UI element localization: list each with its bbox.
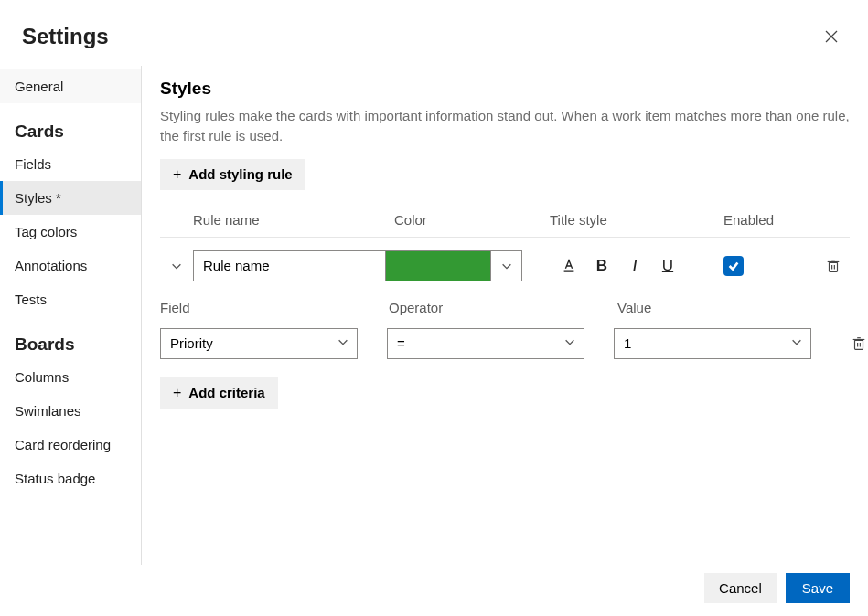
- underline-button[interactable]: U: [658, 257, 678, 275]
- italic-button[interactable]: I: [625, 256, 645, 276]
- add-criteria-label: Add criteria: [188, 385, 264, 400]
- col-field: Field: [160, 300, 389, 315]
- settings-main: Styles Styling rules make the cards with…: [142, 66, 868, 565]
- enabled-checkbox[interactable]: [723, 256, 744, 276]
- sidebar-item-general[interactable]: General: [0, 69, 141, 103]
- svg-rect-3: [830, 262, 838, 271]
- chevron-down-icon: [170, 260, 183, 272]
- sidebar-item-columns[interactable]: Columns: [0, 360, 141, 394]
- chevron-down-icon: [790, 335, 803, 351]
- save-button[interactable]: Save: [786, 573, 850, 603]
- add-styling-rule-button[interactable]: + Add styling rule: [160, 159, 305, 190]
- sidebar-item-annotations[interactable]: Annotations: [0, 249, 141, 282]
- sidebar-item-tag-colors[interactable]: Tag colors: [0, 215, 141, 249]
- col-operator: Operator: [389, 300, 617, 315]
- criteria-operator-value: =: [397, 335, 405, 351]
- col-rule-name: Rule name: [193, 212, 394, 228]
- trash-icon: [825, 258, 841, 274]
- font-color-icon: [561, 258, 577, 274]
- check-icon: [727, 260, 740, 272]
- close-icon: [824, 29, 839, 44]
- chevron-down-icon: [337, 335, 349, 351]
- col-enabled: Enabled: [723, 212, 815, 228]
- col-value: Value: [617, 300, 846, 315]
- col-color: Color: [394, 212, 550, 228]
- svg-rect-8: [855, 340, 863, 349]
- add-styling-rule-label: Add styling rule: [188, 166, 292, 182]
- sidebar-group-boards: Boards: [0, 316, 141, 360]
- criteria-operator-select[interactable]: =: [387, 328, 584, 359]
- trash-icon: [851, 335, 867, 352]
- color-dropdown-arrow[interactable]: [490, 251, 521, 281]
- expand-rule-toggle[interactable]: [160, 260, 193, 272]
- delete-rule-button[interactable]: [815, 258, 852, 274]
- rule-name-input[interactable]: [193, 250, 385, 281]
- criteria-field-value: Priority: [170, 335, 213, 351]
- plus-icon: +: [173, 385, 181, 401]
- sidebar-item-fields[interactable]: Fields: [0, 147, 141, 181]
- bold-button[interactable]: B: [592, 257, 612, 275]
- col-title-style: Title style: [550, 212, 723, 228]
- sidebar-item-tests[interactable]: Tests: [0, 282, 141, 316]
- rule-color-picker[interactable]: [385, 250, 522, 281]
- criteria-field-select[interactable]: Priority: [160, 328, 358, 359]
- sidebar-item-swimlanes[interactable]: Swimlanes: [0, 394, 141, 428]
- cancel-button[interactable]: Cancel: [704, 573, 777, 603]
- page-heading: Styles: [160, 79, 850, 99]
- criteria-value-value: 1: [624, 335, 631, 351]
- criteria-value-select[interactable]: 1: [614, 328, 811, 359]
- sidebar-group-cards: Cards: [0, 103, 141, 147]
- sidebar-item-styles[interactable]: Styles *: [0, 181, 141, 215]
- delete-criteria-button[interactable]: [841, 335, 868, 352]
- sidebar-item-card-reordering[interactable]: Card reordering: [0, 428, 141, 462]
- sidebar-item-status-badge[interactable]: Status badge: [0, 462, 141, 495]
- close-button[interactable]: [817, 22, 846, 51]
- chevron-down-icon: [563, 335, 576, 351]
- chevron-down-icon: [500, 260, 513, 272]
- svg-rect-2: [564, 270, 574, 271]
- dialog-title: Settings: [22, 24, 109, 49]
- color-swatch: [386, 251, 490, 281]
- font-color-button[interactable]: [559, 258, 579, 274]
- settings-sidebar: General Cards Fields Styles * Tag colors…: [0, 66, 142, 565]
- plus-icon: +: [173, 166, 181, 183]
- page-description: Styling rules make the cards with import…: [160, 106, 850, 146]
- add-criteria-button[interactable]: + Add criteria: [160, 377, 278, 409]
